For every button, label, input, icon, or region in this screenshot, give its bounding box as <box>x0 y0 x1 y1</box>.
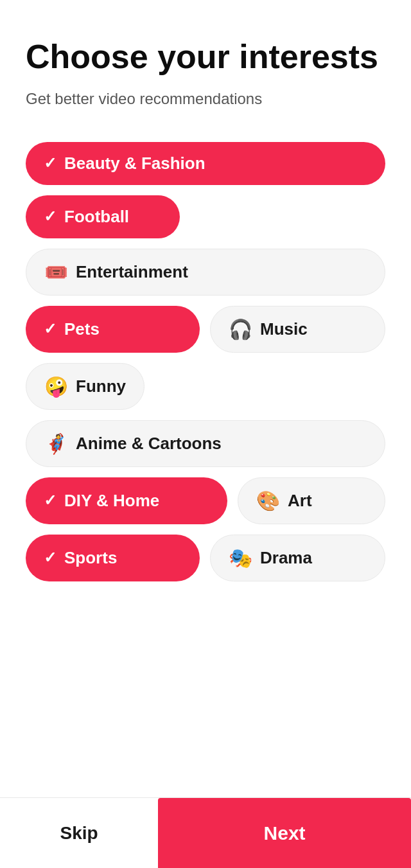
check-icon: ✓ <box>44 492 57 509</box>
headphones-icon: 🎧 <box>229 318 252 341</box>
sports-drama-row: ✓ Sports 🎭 Drama <box>26 535 385 581</box>
check-icon: ✓ <box>44 320 57 338</box>
chip-label: Sports <box>64 548 117 568</box>
page-subtitle: Get better video recommendations <box>26 88 385 110</box>
diy-art-row: ✓ DIY & Home 🎨 Art <box>26 477 385 524</box>
chip-label: Entertainment <box>76 262 188 282</box>
chip-music[interactable]: 🎧 Music <box>210 306 385 353</box>
chip-label: Art <box>288 491 312 511</box>
superhero-icon: 🦸 <box>44 432 68 455</box>
chip-label: Music <box>260 319 308 339</box>
chips-container: ✓ Beauty & Fashion ✓ Football 🎟️ Enterta… <box>26 142 385 581</box>
ticket-icon: 🎟️ <box>44 261 68 283</box>
chip-label: Beauty & Fashion <box>64 154 206 173</box>
chip-label: Pets <box>64 319 100 339</box>
check-icon: ✓ <box>44 208 57 226</box>
chip-football[interactable]: ✓ Football <box>26 195 180 238</box>
skip-button[interactable]: Skip <box>0 798 158 868</box>
check-icon: ✓ <box>44 154 57 172</box>
chip-pets[interactable]: ✓ Pets <box>26 306 200 353</box>
chip-drama[interactable]: 🎭 Drama <box>210 535 385 581</box>
chip-label: Anime & Cartoons <box>76 434 222 454</box>
chip-label: Football <box>64 207 129 227</box>
funny-icon: 🤪 <box>44 375 68 398</box>
page-container: Choose your interests Get better video r… <box>0 0 411 684</box>
chip-art[interactable]: 🎨 Art <box>238 477 385 524</box>
chip-label: Funny <box>76 376 126 396</box>
chip-diy-home[interactable]: ✓ DIY & Home <box>26 477 227 524</box>
chip-sports[interactable]: ✓ Sports <box>26 535 200 581</box>
chip-label: DIY & Home <box>64 491 159 511</box>
chip-beauty-fashion[interactable]: ✓ Beauty & Fashion <box>26 142 385 185</box>
chip-funny[interactable]: 🤪 Funny <box>26 363 144 410</box>
drama-icon: 🎭 <box>229 547 252 569</box>
page-title: Choose your interests <box>26 39 385 75</box>
bottom-bar: Skip Next <box>0 797 411 868</box>
chip-label: Drama <box>260 548 312 568</box>
check-icon: ✓ <box>44 549 57 567</box>
chip-entertainment[interactable]: 🎟️ Entertainment <box>26 249 385 296</box>
chip-anime-cartoons[interactable]: 🦸 Anime & Cartoons <box>26 420 385 467</box>
pets-music-row: ✓ Pets 🎧 Music <box>26 306 385 353</box>
palette-icon: 🎨 <box>256 490 280 512</box>
next-button[interactable]: Next <box>158 798 411 868</box>
